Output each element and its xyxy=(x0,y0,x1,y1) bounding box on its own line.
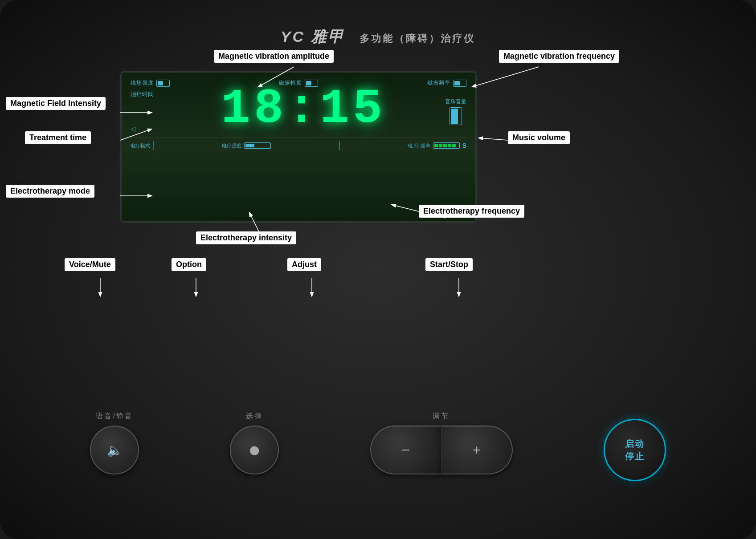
electro-frequency-bar xyxy=(433,142,460,149)
option-button[interactable]: ⬤ xyxy=(230,426,279,474)
speaker-label: ◁ xyxy=(131,125,166,132)
lcd-screen: 磁场强度 磁振幅度 磁振频率 xyxy=(120,71,477,223)
annotation-adjust: Adjust xyxy=(287,258,321,271)
voice-mute-label-cn: 语音/静音 xyxy=(96,412,133,421)
clock-separator: : xyxy=(287,81,320,137)
start-stop-group: 空 启动 停止 xyxy=(604,405,666,481)
electro-intensity-bar xyxy=(244,142,271,149)
clock-display: 18:15 xyxy=(166,85,441,134)
magnetic-field-bar xyxy=(156,80,170,87)
adjust-buttons-row: − + xyxy=(370,426,513,474)
magnetic-field-bar-fill xyxy=(158,81,163,85)
annotation-electrotherapy-intensity: Electrotherapy intensity xyxy=(196,231,296,244)
segment-1 xyxy=(434,144,438,147)
electro-mode-label: 电疗模式 xyxy=(131,142,150,149)
plus-icon: + xyxy=(473,442,481,458)
adjust-group: 调节 − + xyxy=(370,412,513,474)
svg-line-7 xyxy=(479,138,508,140)
electro-intensity-item: 电疗强度 xyxy=(222,142,271,149)
segment-2 xyxy=(439,144,442,147)
controls-area: 语音/静音 🔈 选择 ⬤ 调节 − + xyxy=(45,405,711,481)
annotation-magnetic-vibration-amplitude: Magnetic vibration amplitude xyxy=(214,50,334,63)
speaker-icon: ◁ xyxy=(131,125,135,132)
electro-intensity-label: 电疗强度 xyxy=(222,142,241,149)
voice-mute-group: 语音/静音 🔈 xyxy=(90,412,139,474)
option-label-cn: 选择 xyxy=(246,412,263,421)
magnetic-amplitude-bar-fill xyxy=(306,81,311,85)
electro-intensity-fill xyxy=(245,144,254,147)
music-volume-label: 音乐音量 xyxy=(445,98,466,105)
stop-label: 停止 xyxy=(625,450,645,462)
start-label: 启动 xyxy=(625,438,645,450)
segment-3 xyxy=(443,144,447,147)
brand-logo: YC 雅甲 xyxy=(281,28,345,45)
music-volume-area: 音乐音量 xyxy=(445,98,466,125)
annotation-voice-mute: Voice/Mute xyxy=(65,258,115,271)
svg-line-6 xyxy=(472,67,539,87)
annotation-electrotherapy-mode: Electrotherapy mode xyxy=(6,185,94,198)
annotation-treatment-time: Treatment time xyxy=(25,131,91,144)
lcd-bottom-row: 电疗模式 电疗强度 电 疗 频率 xyxy=(131,137,466,150)
annotation-magnetic-field: Magnetic Field Intensity xyxy=(6,97,106,110)
option-group: 选择 ⬤ xyxy=(230,412,279,474)
magnetic-field-label: 磁场强度 xyxy=(131,79,154,87)
lcd-inner: 磁场强度 磁振幅度 磁振频率 xyxy=(122,73,475,221)
clock-minutes: 15 xyxy=(320,81,386,137)
electro-frequency-item: 电 疗 频率 S xyxy=(408,142,466,149)
segment-5 xyxy=(452,144,456,147)
brand-bar: YC 雅甲 多功能（障碍）治疗仪 xyxy=(281,27,476,47)
intensity-separator xyxy=(339,141,340,150)
start-stop-button[interactable]: 启动 停止 xyxy=(604,419,666,481)
annotation-start-stop: Start/Stop xyxy=(425,258,473,271)
adjust-label-cn: 调节 xyxy=(433,412,450,421)
music-volume-fill xyxy=(451,109,458,124)
increase-button[interactable]: + xyxy=(441,426,513,474)
treatment-time-label: 治疗时间 xyxy=(131,90,166,98)
music-volume-bar xyxy=(450,107,462,125)
electro-frequency-value: S xyxy=(462,142,466,149)
clock-hours: 18 xyxy=(221,81,287,137)
magnetic-amplitude-bar xyxy=(305,80,318,87)
annotation-option: Option xyxy=(172,258,206,271)
segment-4 xyxy=(448,144,451,147)
electro-mode-item: 电疗模式 xyxy=(131,141,154,150)
voice-mute-button[interactable]: 🔈 xyxy=(90,426,139,474)
electro-frequency-segments xyxy=(434,144,456,147)
annotation-music-volume: Music volume xyxy=(508,131,570,144)
mode-separator xyxy=(153,141,154,150)
annotation-magnetic-vibration-frequency: Magnetic vibration frequency xyxy=(499,50,619,63)
magnetic-frequency-bar-fill xyxy=(454,81,460,85)
speaker-btn-icon: 🔈 xyxy=(107,443,123,458)
electro-frequency-label: 电 疗 频率 xyxy=(408,142,430,149)
annotation-electrotherapy-frequency: Electrotherapy frequency xyxy=(419,205,524,218)
brand-subtitle: 多功能（障碍）治疗仪 xyxy=(360,33,475,44)
device-panel: YC 雅甲 多功能（障碍）治疗仪 磁场强度 磁振幅度 xyxy=(0,0,756,539)
option-btn-icon: ⬤ xyxy=(249,445,259,455)
minus-icon: − xyxy=(402,442,410,458)
magnetic-frequency-bar xyxy=(453,80,466,87)
magnetic-field-indicator: 磁场强度 xyxy=(131,79,170,87)
decrease-button[interactable]: − xyxy=(370,426,441,474)
